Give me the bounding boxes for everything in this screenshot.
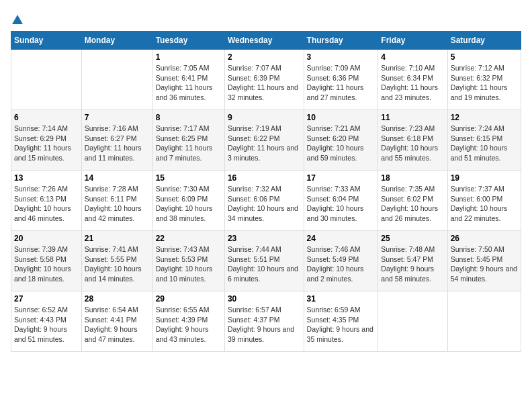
daylight-text: Daylight: 10 hours and 6 minutes.	[228, 265, 298, 283]
calendar-cell: 31 Sunrise: 6:59 AM Sunset: 4:35 PM Dayl…	[304, 291, 378, 352]
daylight-text: Daylight: 9 hours and 39 minutes.	[228, 325, 294, 343]
calendar-cell: 10 Sunrise: 7:21 AM Sunset: 6:20 PM Dayl…	[304, 110, 378, 171]
sunrise-text: Sunrise: 6:57 AM	[228, 306, 281, 314]
day-number: 7	[85, 113, 150, 122]
calendar-cell: 1 Sunrise: 7:05 AM Sunset: 6:41 PM Dayli…	[152, 50, 224, 110]
calendar-cell: 11 Sunrise: 7:23 AM Sunset: 6:18 PM Dayl…	[378, 110, 447, 171]
sunrise-text: Sunrise: 7:46 AM	[307, 245, 361, 253]
weekday-header: Saturday	[447, 32, 521, 50]
sunset-text: Sunset: 5:58 PM	[14, 255, 66, 263]
sunrise-text: Sunrise: 7:26 AM	[14, 185, 68, 193]
day-number: 9	[228, 113, 301, 122]
day-number: 26	[451, 234, 518, 243]
day-number: 21	[85, 234, 150, 243]
header	[11, 11, 521, 26]
sunset-text: Sunset: 5:55 PM	[85, 255, 137, 263]
sunset-text: Sunset: 5:53 PM	[156, 255, 208, 263]
sunset-text: Sunset: 6:20 PM	[307, 134, 359, 142]
calendar-cell: 14 Sunrise: 7:28 AM Sunset: 6:11 PM Dayl…	[81, 171, 152, 231]
sunset-text: Sunset: 6:41 PM	[156, 74, 208, 82]
day-number: 22	[156, 234, 222, 243]
sunset-text: Sunset: 4:39 PM	[156, 316, 208, 324]
sunrise-text: Sunrise: 7:19 AM	[228, 124, 281, 132]
daylight-text: Daylight: 10 hours and 34 minutes.	[228, 204, 298, 222]
calendar-cell: 12 Sunrise: 7:24 AM Sunset: 6:15 PM Dayl…	[447, 110, 521, 171]
sunrise-text: Sunrise: 7:32 AM	[228, 185, 281, 193]
weekday-header: Wednesday	[224, 32, 304, 50]
calendar-cell: 20 Sunrise: 7:39 AM Sunset: 5:58 PM Dayl…	[11, 231, 82, 291]
calendar-week-row: 27 Sunrise: 6:52 AM Sunset: 4:43 PM Dayl…	[11, 291, 521, 352]
daylight-text: Daylight: 11 hours and 11 minutes.	[85, 144, 142, 162]
sunrise-text: Sunrise: 7:35 AM	[381, 185, 435, 193]
sunrise-text: Sunrise: 7:39 AM	[14, 245, 68, 253]
day-number: 31	[307, 294, 375, 304]
calendar-cell: 8 Sunrise: 7:17 AM Sunset: 6:25 PM Dayli…	[152, 110, 224, 171]
daylight-text: Daylight: 11 hours and 19 minutes.	[451, 83, 508, 101]
logo-arrow-icon	[11, 13, 24, 26]
weekday-header: Sunday	[11, 32, 82, 50]
weekday-header-row: SundayMondayTuesdayWednesdayThursdayFrid…	[11, 32, 521, 50]
sunset-text: Sunset: 6:04 PM	[307, 195, 359, 203]
sunset-text: Sunset: 6:39 PM	[228, 74, 280, 82]
day-number: 16	[228, 173, 301, 183]
calendar-cell: 16 Sunrise: 7:32 AM Sunset: 6:06 PM Dayl…	[224, 171, 304, 231]
sunset-text: Sunset: 6:34 PM	[381, 74, 433, 82]
sunset-text: Sunset: 5:45 PM	[451, 255, 503, 263]
calendar-cell: 28 Sunrise: 6:54 AM Sunset: 4:41 PM Dayl…	[81, 291, 152, 352]
sunrise-text: Sunrise: 7:10 AM	[381, 64, 435, 72]
daylight-text: Daylight: 9 hours and 43 minutes.	[156, 325, 209, 343]
sunset-text: Sunset: 6:18 PM	[381, 134, 433, 142]
daylight-text: Daylight: 11 hours and 23 minutes.	[381, 83, 438, 101]
sunrise-text: Sunrise: 7:24 AM	[451, 124, 504, 132]
daylight-text: Daylight: 10 hours and 26 minutes.	[381, 204, 438, 222]
daylight-text: Daylight: 10 hours and 42 minutes.	[85, 204, 142, 222]
calendar-cell: 30 Sunrise: 6:57 AM Sunset: 4:37 PM Dayl…	[224, 291, 304, 352]
daylight-text: Daylight: 9 hours and 51 minutes.	[14, 325, 67, 343]
sunset-text: Sunset: 6:36 PM	[307, 74, 359, 82]
sunrise-text: Sunrise: 6:55 AM	[156, 306, 210, 314]
calendar-week-row: 20 Sunrise: 7:39 AM Sunset: 5:58 PM Dayl…	[11, 231, 521, 291]
day-number: 1	[156, 52, 222, 62]
calendar-cell: 26 Sunrise: 7:50 AM Sunset: 5:45 PM Dayl…	[447, 231, 521, 291]
weekday-header: Thursday	[304, 32, 378, 50]
day-number: 28	[85, 294, 150, 304]
sunrise-text: Sunrise: 6:54 AM	[85, 306, 138, 314]
daylight-text: Daylight: 11 hours and 32 minutes.	[228, 83, 298, 101]
daylight-text: Daylight: 9 hours and 35 minutes.	[307, 325, 373, 343]
sunset-text: Sunset: 6:15 PM	[451, 134, 503, 142]
calendar-cell: 18 Sunrise: 7:35 AM Sunset: 6:02 PM Dayl…	[378, 171, 447, 231]
calendar-week-row: 13 Sunrise: 7:26 AM Sunset: 6:13 PM Dayl…	[11, 171, 521, 231]
calendar-week-row: 6 Sunrise: 7:14 AM Sunset: 6:29 PM Dayli…	[11, 110, 521, 171]
calendar-cell: 7 Sunrise: 7:16 AM Sunset: 6:27 PM Dayli…	[81, 110, 152, 171]
daylight-text: Daylight: 10 hours and 30 minutes.	[307, 204, 364, 222]
calendar-cell: 2 Sunrise: 7:07 AM Sunset: 6:39 PM Dayli…	[224, 50, 304, 110]
daylight-text: Daylight: 10 hours and 59 minutes.	[307, 144, 364, 162]
sunrise-text: Sunrise: 7:23 AM	[381, 124, 435, 132]
day-number: 25	[381, 234, 444, 243]
sunrise-text: Sunrise: 7:48 AM	[381, 245, 435, 253]
sunrise-text: Sunrise: 6:59 AM	[307, 306, 361, 314]
day-number: 19	[451, 173, 518, 183]
sunrise-text: Sunrise: 7:33 AM	[307, 185, 361, 193]
calendar-cell: 15 Sunrise: 7:30 AM Sunset: 6:09 PM Dayl…	[152, 171, 224, 231]
calendar-cell: 25 Sunrise: 7:48 AM Sunset: 5:47 PM Dayl…	[378, 231, 447, 291]
day-number: 5	[451, 52, 518, 62]
sunset-text: Sunset: 4:37 PM	[228, 316, 280, 324]
sunset-text: Sunset: 4:41 PM	[85, 316, 137, 324]
sunrise-text: Sunrise: 7:43 AM	[156, 245, 210, 253]
day-number: 4	[381, 52, 444, 62]
sunrise-text: Sunrise: 7:21 AM	[307, 124, 361, 132]
day-number: 2	[228, 52, 301, 62]
sunset-text: Sunset: 6:27 PM	[85, 134, 137, 142]
sunset-text: Sunset: 5:47 PM	[381, 255, 433, 263]
day-number: 18	[381, 173, 444, 183]
sunset-text: Sunset: 6:06 PM	[228, 195, 280, 203]
daylight-text: Daylight: 11 hours and 7 minutes.	[156, 144, 213, 162]
sunrise-text: Sunrise: 7:09 AM	[307, 64, 361, 72]
day-number: 8	[156, 113, 222, 122]
sunset-text: Sunset: 4:43 PM	[14, 316, 66, 324]
day-number: 23	[228, 234, 301, 243]
calendar-cell	[378, 291, 447, 352]
sunset-text: Sunset: 6:32 PM	[451, 74, 503, 82]
daylight-text: Daylight: 11 hours and 36 minutes.	[156, 83, 213, 101]
